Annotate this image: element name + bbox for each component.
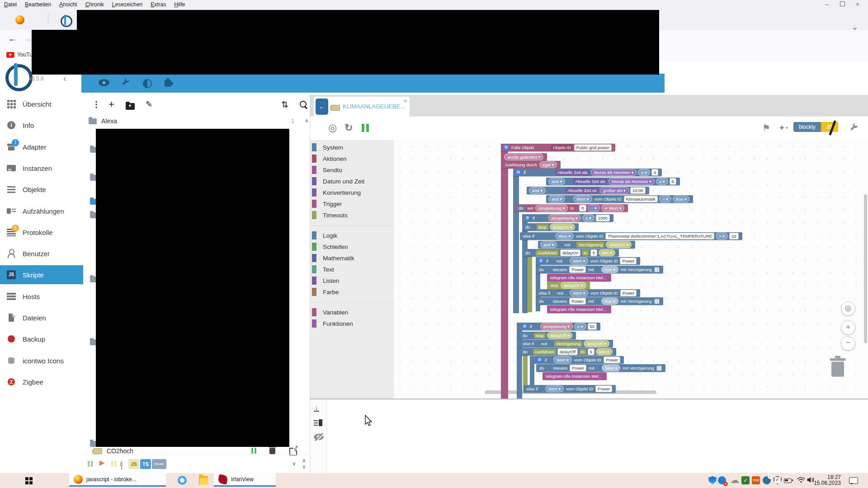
block-dropdown[interactable]: wurde geändert ▾ (504, 154, 543, 160)
block-row[interactable]: ⚙ifeinspeisung ▾≤ ▾1000 (522, 214, 613, 222)
back-button[interactable]: ← (8, 33, 17, 44)
toolbox-category-konvertierung[interactable]: Konvertierung (310, 187, 361, 198)
block-row[interactable]: dosteuerePowermitfalse ▾mit Verzögerung (536, 364, 665, 372)
minimize-button[interactable]: – (819, 0, 835, 9)
more-menu-icon[interactable]: ⋮ (92, 99, 100, 109)
zoom-in-button[interactable]: + (841, 320, 855, 335)
block-dropdown[interactable]: delayOn ▾ (550, 224, 576, 230)
block-dropdown[interactable]: true ▾ (673, 196, 690, 202)
zoom-out-button[interactable]: − (841, 336, 855, 351)
plug-tray-icon[interactable] (763, 476, 771, 484)
block-field[interactable]: 22 (729, 233, 739, 239)
sidebar-item-info[interactable]: Info (0, 116, 83, 135)
explorer-taskbar-icon[interactable] (199, 476, 208, 485)
view-toggle[interactable]: blocklyJS (793, 122, 838, 133)
block-dropdown[interactable]: = ▾ (659, 196, 671, 202)
menu-hilfe[interactable]: Hilfe (170, 0, 189, 9)
defender-tray-icon[interactable] (708, 476, 717, 484)
menu-chronik[interactable]: Chronik (81, 0, 108, 9)
block-field[interactable]: delayOff (557, 348, 578, 355)
sparkles-icon[interactable]: ✦✦ (778, 122, 789, 134)
block-dropdown[interactable]: Wert ▾ (570, 290, 588, 296)
ccu-tray-icon[interactable]: CCU (752, 476, 760, 484)
toolbox-category-schleifen[interactable]: Schleifen (310, 241, 348, 252)
block-row[interactable]: else ifnotWert ▾vom Objekt IDPower (536, 289, 640, 297)
new-ts-script-button[interactable]: TS (140, 459, 151, 469)
settings-wrench-icon[interactable] (848, 122, 859, 136)
block-dropdown[interactable]: Wert ▾ (570, 258, 588, 264)
add-folder-button[interactable] (126, 103, 135, 110)
toggle-js[interactable]: JS (821, 122, 839, 132)
sidebar-item-dateien[interactable]: Dateien (0, 308, 83, 327)
toolbox-category-timeouts[interactable]: Timeouts (310, 210, 348, 221)
sidebar-item-zigbee[interactable]: Zigbee (0, 372, 83, 391)
pause-all-icon[interactable] (88, 460, 94, 469)
block-dropdown[interactable]: Wert ▾ (573, 196, 592, 202)
block-dropdown[interactable]: delayOn ▾ (606, 241, 632, 248)
block-row[interactable]: dostopdelayOff ▾ (519, 332, 576, 339)
v-scrollbar[interactable] (864, 194, 867, 343)
block-dropdown[interactable]: ≥ ▾ (638, 169, 650, 176)
new-blockly-icon[interactable] (121, 461, 122, 469)
sort-icon[interactable]: ⇅ (281, 99, 288, 110)
refresh-icon[interactable]: ↻ (344, 122, 353, 134)
block-row[interactable]: ⚙ifAktuelle Zeit alsMonat als Nummer ▾≥ … (513, 169, 662, 176)
block-field[interactable]: 10:00 (630, 187, 646, 194)
block-row[interactable]: and ▾notVerzögerungdelayOn ▾ (538, 241, 635, 249)
block-dropdown[interactable]: ↩ Wert ▾ (601, 205, 625, 211)
block-row[interactable]: dostopdelayOn ▾ (522, 223, 579, 231)
tor-taskbar-icon[interactable] (178, 476, 187, 485)
block-row[interactable]: ⚙Falls ObjektObjekt IDPublic grid power (501, 144, 615, 151)
locate-icon[interactable]: ◎ (328, 122, 337, 134)
block-dropdown[interactable]: einspeisung ▾ (548, 215, 581, 221)
block-dropdown[interactable]: Wert ▾ (545, 385, 564, 392)
block-dropdown[interactable]: größer als ▾ (600, 187, 629, 194)
new-rules-script-button[interactable]: RULES (152, 459, 166, 469)
block-field[interactable]: Power (569, 298, 586, 305)
expert-mode-icon[interactable] (165, 80, 171, 87)
block-dropdown[interactable]: egal ▾ (539, 161, 557, 168)
block-dropdown[interactable]: and ▾ (529, 187, 546, 194)
block-field[interactable]: Power (570, 365, 586, 371)
block-dropdown[interactable]: ≤ ▾ (582, 215, 594, 221)
block-field[interactable]: Thermostat Wohnzimmer:1.ACTUAL_TEMPERATU… (605, 233, 714, 239)
toolbox-category-system[interactable]: System (310, 142, 343, 153)
block-field[interactable]: 5 (588, 348, 594, 355)
block-row[interactable]: else ifWert ▾vom Objekt IDThermostat Woh… (520, 232, 742, 240)
block-row[interactable]: and ▾Wert ▾vom Objekt IDKlimaautomatik= … (546, 195, 693, 203)
toolbox-category-text[interactable]: Text (310, 264, 334, 275)
block-dropdown[interactable]: − ▾ (588, 205, 600, 211)
tab-back-button[interactable]: ← (316, 99, 328, 115)
toolbox-category-listen[interactable]: Listen (310, 275, 339, 286)
delete-script-icon[interactable] (269, 448, 275, 454)
center-view-button[interactable]: ◎ (841, 301, 855, 316)
cloud-tray-icon[interactable]: ☁ (730, 476, 738, 484)
sidebar-item-instanzen[interactable]: Instanzen (0, 159, 83, 178)
forward-button[interactable]: → (24, 33, 33, 44)
block-row[interactable]: and ▾Aktuelle Zeit alsMonat als Nummer ▾… (546, 178, 680, 185)
block-dropdown[interactable]: einspeisung ▾ (535, 205, 568, 211)
tree-item-co2hoch[interactable]: CO2hoch (93, 447, 306, 455)
toggle-blockly[interactable]: blockly (793, 122, 821, 132)
block-dropdown[interactable]: Min ▾ (596, 348, 613, 355)
panel-expand-down-icon[interactable]: ∨ (302, 464, 306, 470)
block-dropdown[interactable]: and ▾ (548, 178, 565, 185)
checkbox-field[interactable] (656, 366, 662, 371)
block-dropdown[interactable]: Wert ▾ (555, 233, 574, 239)
tree-scroll-up[interactable]: ∧ (305, 117, 309, 124)
block-field[interactable]: Public grid power (574, 144, 612, 151)
block-field[interactable]: delayOn (560, 249, 580, 256)
block-row[interactable]: ⚙ifWert ▾vom Objekt IDPower (534, 356, 624, 364)
console-view-icon[interactable] (314, 419, 322, 426)
battery-tray-icon[interactable] (784, 479, 792, 483)
toolbox-category-datum-und-zeit[interactable]: Datum und Zeit (310, 176, 364, 187)
menu-bearbeiten[interactable]: Bearbeiten (21, 0, 55, 9)
sidebar-item-icontwo-icons[interactable]: icontwo Icons (0, 351, 83, 370)
sidebar-item-objekte[interactable]: Objekte (0, 180, 83, 199)
toolbox-category-funktionen[interactable]: Funktionen (310, 318, 353, 329)
toolbox-category-logik[interactable]: Logik (310, 230, 337, 241)
pause2-icon[interactable] (111, 460, 118, 469)
block-dropdown[interactable]: and ▾ (540, 241, 557, 248)
block-row[interactable]: ⚙ifeinspeisung ▾≥ ▾50 (519, 323, 600, 330)
block-dropdown[interactable]: delayOff ▾ (584, 340, 609, 347)
